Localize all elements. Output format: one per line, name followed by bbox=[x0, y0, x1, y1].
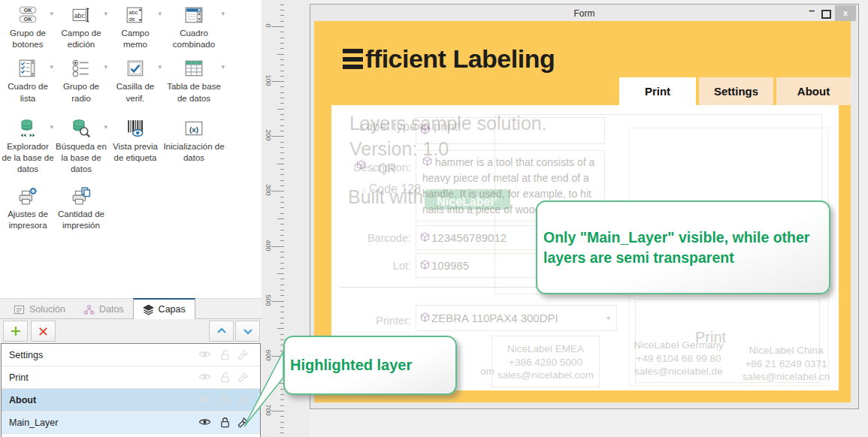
minimize-button[interactable]: – bbox=[809, 5, 815, 17]
ghost-option-code128: ○ Code 128 bbox=[361, 182, 421, 196]
visibility-eye-icon[interactable] bbox=[198, 372, 211, 384]
contact-name: NiceLabel China bbox=[733, 344, 839, 357]
barcode-value: 123456789012 bbox=[431, 231, 507, 244]
tool-radio-group[interactable]: ▾Grupo de radio bbox=[54, 55, 108, 104]
form-tab-print[interactable]: Print bbox=[619, 77, 696, 105]
tool-memo-field[interactable]: abcde▾Campo memo bbox=[108, 2, 162, 50]
svg-text:OK: OK bbox=[24, 8, 32, 13]
tool-list-box[interactable]: ▾Cuadro de lista bbox=[2, 55, 54, 104]
panel-tab-datos[interactable]: Datos bbox=[74, 300, 133, 318]
visibility-eye-icon[interactable] bbox=[198, 349, 211, 362]
combo-box-icon bbox=[162, 4, 225, 26]
tool-db-search[interactable]: ▾Búsqueda en la base de datos bbox=[54, 115, 108, 176]
ruler-tick bbox=[277, 328, 284, 329]
panel-tab-capas[interactable]: Capas bbox=[133, 298, 195, 319]
tool-db-explorer[interactable]: ▾Explorador de la base de datos bbox=[2, 115, 54, 176]
toolbox-row: OKOK▾Grupo de botonesabc▾Campo de edició… bbox=[0, 2, 262, 50]
layer-name: Settings bbox=[9, 350, 43, 360]
chevron-down-icon[interactable]: ▾ bbox=[221, 63, 225, 71]
ruler-tick bbox=[280, 38, 284, 38]
tool-checkbox[interactable]: ▾Casilla de verif. bbox=[108, 55, 162, 104]
chevron-down-icon[interactable]: ▾ bbox=[104, 123, 107, 131]
tool-label: Cuadro de lista bbox=[2, 81, 54, 104]
ruler-tick bbox=[280, 268, 284, 269]
lot-label: Lot: bbox=[345, 260, 411, 272]
tool-label: Grupo de botones bbox=[2, 28, 54, 50]
chevron-down-icon[interactable]: ▾ bbox=[104, 10, 107, 17]
ruler-tick bbox=[280, 32, 284, 32]
toolbox-row: ▾Explorador de la base de datos▾Búsqueda… bbox=[0, 115, 262, 176]
ruler-tick bbox=[277, 164, 284, 164]
ruler-unit-label: 500 bbox=[265, 294, 272, 306]
edit-field-icon: abc bbox=[54, 4, 108, 26]
ruler-tick bbox=[277, 218, 284, 219]
layer-row-settings[interactable]: Settings bbox=[2, 344, 260, 366]
layers-icon bbox=[143, 304, 154, 315]
chevron-down-icon[interactable]: ▾ bbox=[50, 63, 53, 71]
tool-label: Tabla de base de datos bbox=[162, 81, 225, 104]
maximize-icon[interactable] bbox=[821, 10, 831, 19]
ruler-tick bbox=[280, 240, 284, 241]
contact-email: sales@nicelabel.de bbox=[625, 365, 733, 378]
chevron-down-icon[interactable]: ▾ bbox=[50, 10, 53, 17]
panel-tab-label: Solución bbox=[29, 304, 65, 315]
tool-printer-settings[interactable]: Ajustes de impresora bbox=[2, 182, 54, 231]
chevron-down-icon: ▾ bbox=[606, 314, 610, 322]
tool-label: Vista previa de etiqueta bbox=[108, 141, 162, 164]
chevron-down-icon[interactable]: ▾ bbox=[221, 10, 225, 17]
ruler-tick bbox=[280, 10, 284, 11]
form-tab-settings[interactable]: Settings bbox=[699, 77, 773, 105]
printer-dropdown[interactable]: ZEBRA 110PAX4 300DPI ▾ bbox=[416, 305, 617, 331]
layers-list: SettingsPrintAboutMain_Layer bbox=[1, 343, 261, 437]
tool-label: Campo memo bbox=[108, 28, 162, 50]
chevron-down-icon[interactable]: ▾ bbox=[158, 10, 162, 17]
chevron-down-icon[interactable]: ▾ bbox=[104, 63, 107, 71]
ruler-tick bbox=[280, 306, 284, 307]
add-layer-button[interactable] bbox=[3, 321, 28, 342]
chevron-down-icon[interactable]: ▾ bbox=[50, 123, 53, 131]
ruler-tick bbox=[280, 235, 284, 236]
label-type-field[interactable] bbox=[416, 117, 605, 144]
solution-icon bbox=[14, 304, 25, 315]
toolbox-row: ▾Cuadro de lista▾Grupo de radio▾Casilla … bbox=[0, 55, 262, 104]
ruler-tick bbox=[280, 86, 284, 87]
db-search-icon bbox=[54, 117, 108, 140]
tool-print-quantity[interactable]: Cantidad de impresión bbox=[54, 182, 108, 231]
tool-edit-field[interactable]: abc▾Campo de edición bbox=[54, 2, 108, 50]
visibility-eye-icon[interactable] bbox=[198, 394, 211, 407]
contact-email: sales@nicelabel.cn bbox=[733, 370, 839, 384]
hamburger-icon bbox=[343, 49, 363, 69]
tool-db-table[interactable]: ▾Tabla de base de datos bbox=[162, 55, 225, 104]
layer-row-print[interactable]: Print bbox=[2, 366, 260, 389]
layer-row-main_layer[interactable]: Main_Layer bbox=[2, 411, 260, 434]
tool-data-init[interactable]: (x)Inicialización de datos bbox=[162, 115, 225, 176]
ruler-tick bbox=[280, 323, 284, 324]
ruler-tick bbox=[280, 257, 284, 258]
callout-line-2: layers are semi transparent bbox=[543, 248, 823, 267]
ruler-tick bbox=[280, 285, 284, 285]
visibility-eye-icon[interactable] bbox=[198, 417, 211, 429]
form-tab-about[interactable]: About bbox=[776, 77, 851, 105]
ruler-unit-label: 400 bbox=[265, 240, 272, 252]
delete-layer-button[interactable] bbox=[31, 321, 56, 342]
svg-text:abc: abc bbox=[74, 12, 86, 20]
ok-buttons-icon: OKOK bbox=[2, 4, 54, 26]
tool-combo-box[interactable]: ▾Cuadro combinado bbox=[162, 2, 225, 50]
print-quantity-icon bbox=[54, 185, 108, 207]
ruler-tick bbox=[271, 81, 284, 82]
layers-toolbar bbox=[0, 319, 262, 342]
close-button[interactable]: x bbox=[835, 5, 856, 21]
ruler-tick bbox=[280, 180, 284, 181]
contact-column: NiceLabel China+86 21 6249 0371sales@nic… bbox=[733, 344, 839, 384]
layer-row-about[interactable]: About bbox=[2, 389, 260, 411]
ruler-tick bbox=[280, 152, 284, 153]
callout-main-layer-note: Only "Main_Layer" visible, while other l… bbox=[536, 200, 830, 294]
label-preview-icon bbox=[108, 117, 162, 140]
tool-ok-buttons[interactable]: OKOK▾Grupo de botones bbox=[2, 2, 54, 50]
db-explorer-icon bbox=[2, 117, 54, 140]
chevron-down-icon[interactable]: ▾ bbox=[158, 63, 162, 71]
panel-tab-solucin[interactable]: Solución bbox=[5, 300, 74, 318]
tool-label-preview[interactable]: Vista previa de etiqueta bbox=[108, 115, 162, 176]
variable-cube-icon bbox=[420, 124, 430, 137]
tool-label: Cantidad de impresión bbox=[54, 209, 108, 231]
